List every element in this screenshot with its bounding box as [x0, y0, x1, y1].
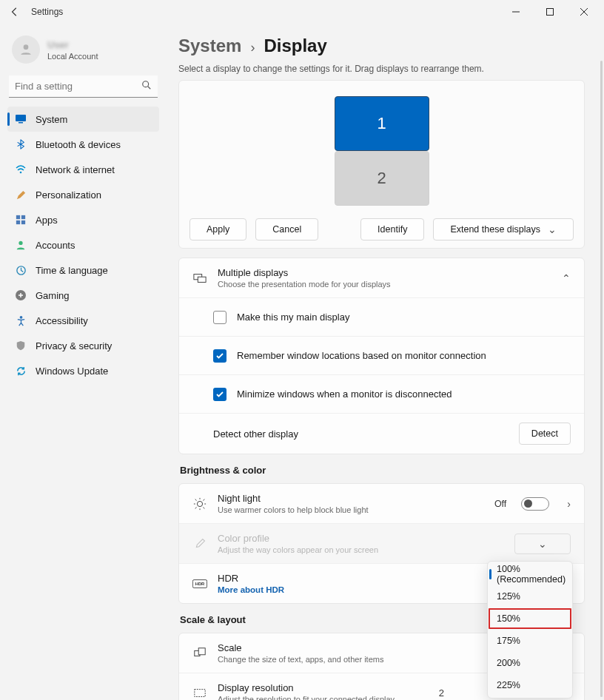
extend-label: Extend these displays [450, 224, 540, 235]
window-title: Settings [31, 7, 63, 17]
checkbox-label: Make this my main display [237, 312, 349, 323]
search-box[interactable] [9, 75, 158, 98]
svg-rect-6 [19, 122, 23, 124]
multiple-displays-header[interactable]: Multiple displays Choose the presentatio… [179, 258, 584, 297]
row-subtitle: Adjust the way colors appear on your scr… [218, 545, 504, 554]
night-light-toggle[interactable] [521, 497, 549, 511]
avatar [12, 36, 40, 64]
monitor-canvas[interactable]: 1 2 [179, 81, 584, 214]
page-subtitle: Select a display to change the settings … [178, 64, 585, 74]
accessibility-icon [15, 314, 27, 326]
sidebar-item-label: Bluetooth & devices [36, 139, 121, 150]
user-subtitle: Local Account [47, 52, 98, 61]
svg-rect-11 [21, 221, 25, 224]
scale-option-175[interactable]: 175% [488, 630, 572, 652]
scale-icon [192, 647, 207, 660]
close-button[interactable] [567, 0, 601, 24]
svg-rect-17 [198, 277, 206, 282]
sidebar-item-label: System [36, 114, 67, 125]
sidebar-item-update[interactable]: Windows Update [7, 358, 159, 383]
sidebar-item-accounts[interactable]: Accounts [7, 232, 159, 258]
title-bar: Settings [0, 0, 604, 24]
content-scrollbar[interactable] [600, 61, 603, 697]
row-label: Detect other display [213, 428, 298, 440]
detect-display-row: Detect other display Detect [179, 413, 584, 454]
sidebar-item-gaming[interactable]: Gaming [7, 283, 159, 308]
user-profile[interactable]: User Local Account [7, 33, 159, 75]
svg-point-18 [197, 501, 202, 506]
svg-point-12 [19, 241, 22, 245]
monitor-1[interactable]: 1 [335, 96, 429, 151]
minimize-button[interactable] [499, 0, 533, 24]
extend-dropdown[interactable]: Extend these displays ⌄ [433, 218, 574, 240]
shield-icon [15, 340, 27, 351]
svg-point-3 [143, 81, 149, 87]
svg-point-7 [20, 172, 22, 174]
apply-button[interactable]: Apply [189, 218, 246, 240]
sidebar-item-label: Gaming [36, 290, 70, 301]
toggle-state: Off [494, 499, 506, 509]
maximize-button[interactable] [533, 0, 567, 24]
svg-line-23 [195, 499, 197, 500]
sidebar-item-label: Windows Update [36, 366, 108, 377]
sidebar-item-privacy[interactable]: Privacy & security [7, 333, 159, 358]
row-subtitle: Use warmer colors to help block blue lig… [218, 505, 484, 514]
make-main-display-row[interactable]: Make this my main display [179, 297, 584, 336]
scale-option-125[interactable]: 125% [488, 585, 572, 608]
scale-option-200[interactable]: 200% [488, 652, 572, 674]
scale-option-150[interactable]: 150% [488, 608, 572, 630]
breadcrumb-parent[interactable]: System [178, 36, 241, 56]
scale-option-100[interactable]: 100% (Recommended) [488, 563, 572, 585]
sidebar-item-label: Apps [36, 215, 58, 226]
identify-button[interactable]: Identify [360, 218, 424, 240]
checkbox-label: Minimize windows when a monitor is disco… [237, 388, 452, 400]
system-icon [15, 113, 27, 125]
monitor-2[interactable]: 2 [335, 151, 429, 206]
color-profile-dropdown: ⌄ [514, 534, 571, 554]
svg-text:HDR: HDR [195, 582, 205, 586]
minimize-windows-row[interactable]: Minimize windows when a monitor is disco… [179, 374, 584, 413]
color-profile-row: Color profile Adjust the way colors appe… [179, 523, 584, 563]
svg-point-2 [24, 44, 29, 50]
svg-line-4 [148, 87, 151, 90]
cancel-button[interactable]: Cancel [255, 218, 318, 240]
svg-line-26 [195, 507, 197, 508]
svg-rect-31 [195, 689, 205, 696]
remember-windows-row[interactable]: Remember window locations based on monit… [179, 336, 584, 374]
row-title: Night light [218, 493, 484, 504]
sidebar-item-network[interactable]: Network & internet [7, 157, 159, 182]
sidebar-item-system[interactable]: System [7, 107, 159, 132]
row-title: Color profile [218, 533, 504, 544]
row-subtitle: Choose the presentation mode for your di… [218, 280, 551, 289]
back-button[interactable] [6, 3, 24, 21]
night-light-icon [192, 497, 207, 511]
page-title: Display [264, 36, 326, 56]
svg-line-25 [204, 499, 205, 500]
chevron-right-icon: › [250, 40, 255, 55]
sidebar-item-time[interactable]: Time & language [7, 258, 159, 283]
sidebar-item-personalization[interactable]: Personalization [7, 182, 159, 207]
svg-rect-9 [21, 215, 25, 219]
scale-option-225[interactable]: 225% [488, 674, 572, 696]
checkbox-unchecked[interactable] [213, 311, 226, 324]
checkbox-checked[interactable] [213, 388, 226, 401]
search-input[interactable] [9, 75, 158, 98]
detect-button[interactable]: Detect [519, 423, 571, 445]
svg-rect-10 [16, 221, 20, 224]
hdr-icon: HDR [192, 579, 207, 589]
resolution-value-peek: 2 [439, 687, 444, 699]
chevron-up-icon: ⌃ [562, 272, 571, 284]
bluetooth-icon [15, 138, 27, 150]
sidebar-item-label: Time & language [36, 265, 108, 276]
sidebar-item-apps[interactable]: Apps [7, 207, 159, 232]
checkbox-checked[interactable] [213, 349, 226, 363]
sidebar-item-bluetooth[interactable]: Bluetooth & devices [7, 132, 159, 157]
chevron-down-icon: ⌄ [538, 538, 547, 550]
wifi-icon [15, 164, 27, 175]
night-light-row[interactable]: Night light Use warmer colors to help bl… [179, 484, 584, 523]
sidebar-item-accessibility[interactable]: Accessibility [7, 308, 159, 333]
svg-rect-8 [16, 215, 20, 219]
display-arrange-panel: 1 2 Apply Cancel Identify Extend these d… [178, 80, 585, 249]
chevron-right-icon: › [567, 498, 571, 510]
sidebar-item-label: Personalization [36, 189, 101, 201]
